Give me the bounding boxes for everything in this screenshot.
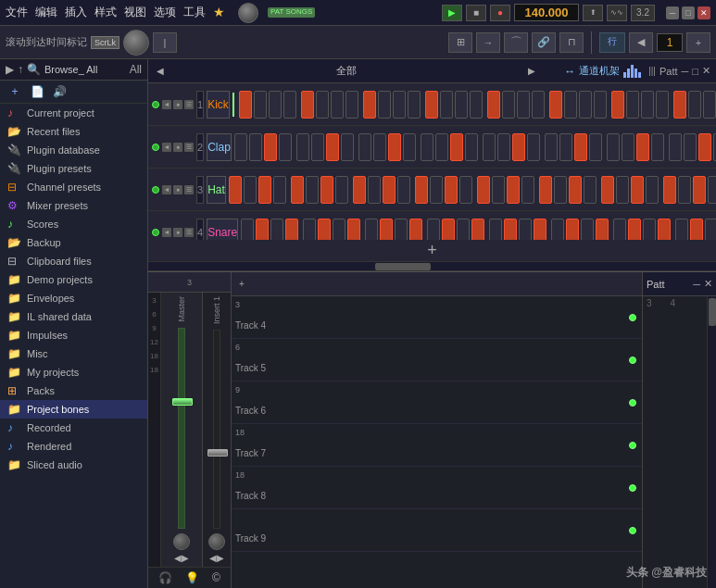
- drum-step-clap-6[interactable]: [326, 133, 339, 161]
- drum-step-kick-2[interactable]: [269, 91, 282, 119]
- insert1-pan-arrows[interactable]: ◀▶: [209, 553, 224, 563]
- drum-step-hat-18[interactable]: [507, 176, 520, 204]
- drum-step-hat-21[interactable]: [554, 176, 567, 204]
- drum-led-kick[interactable]: [152, 101, 159, 108]
- menu-tools[interactable]: 工具: [183, 5, 206, 20]
- rp-scrollbar[interactable]: [707, 296, 716, 588]
- sidebar-item-misc[interactable]: 📁Misc: [0, 344, 147, 363]
- sidebar-item-project-bones[interactable]: 📁Project bones: [0, 400, 147, 419]
- playlist-track-track-5[interactable]: 6Track 5: [232, 339, 642, 382]
- metronome[interactable]: ∿∿: [607, 5, 627, 21]
- drum-step-clap-28[interactable]: [669, 133, 682, 161]
- curve-btn[interactable]: ⌒: [504, 32, 528, 53]
- drum-step-snare-18[interactable]: [519, 219, 532, 241]
- tap-tempo[interactable]: ⬆: [583, 5, 603, 21]
- drum-step-kick-26[interactable]: [641, 91, 654, 119]
- drum-step-kick-1[interactable]: [254, 91, 267, 119]
- drum-step-hat-6[interactable]: [320, 176, 333, 204]
- drum-step-hat-20[interactable]: [539, 176, 552, 204]
- drum-step-hat-9[interactable]: [368, 176, 381, 204]
- sidebar-item-impulses[interactable]: 📁Impulses: [0, 326, 147, 344]
- drum-step-kick-4[interactable]: [301, 91, 314, 119]
- drum-step-kick-21[interactable]: [564, 91, 577, 119]
- drum-step-kick-6[interactable]: [331, 91, 344, 119]
- add-drum-row-btn[interactable]: +: [148, 240, 716, 262]
- drum-step-clap-11[interactable]: [403, 133, 416, 161]
- drum-step-snare-29[interactable]: [690, 219, 703, 241]
- drum-name-clap[interactable]: Clap: [207, 133, 232, 161]
- sidebar-item-current-project[interactable]: ♪Current project: [0, 104, 147, 122]
- drum-step-clap-13[interactable]: [435, 133, 448, 161]
- sidebar-item-my-projects[interactable]: 📁My projects: [0, 363, 147, 382]
- drum-step-clap-1[interactable]: [249, 133, 262, 161]
- sidebar-item-envelopes[interactable]: 📁Envelopes: [0, 289, 147, 307]
- drum-step-hat-27[interactable]: [646, 176, 659, 204]
- drum-step-clap-24[interactable]: [607, 133, 620, 161]
- track-led[interactable]: [629, 357, 636, 364]
- drum-step-snare-0[interactable]: [241, 219, 254, 241]
- menu-options[interactable]: 选项: [154, 5, 176, 20]
- drum-step-snare-21[interactable]: [566, 219, 579, 241]
- sidebar-search-btn[interactable]: 🔍: [27, 63, 41, 76]
- drum-step-snare-10[interactable]: [395, 219, 408, 241]
- pl-add-btn[interactable]: +: [237, 279, 246, 289]
- drum-step-clap-26[interactable]: [636, 133, 649, 161]
- sidebar-add-tool[interactable]: +: [6, 83, 24, 100]
- prev-btn[interactable]: ◀: [629, 32, 653, 53]
- favorite-star[interactable]: ★: [213, 5, 225, 20]
- drum-step-kick-22[interactable]: [579, 91, 592, 119]
- drum-step-hat-3[interactable]: [273, 176, 286, 204]
- sidebar-folder-tool[interactable]: 📄: [28, 83, 46, 100]
- drum-step-snare-15[interactable]: [471, 219, 484, 241]
- row-label-btn[interactable]: 行: [599, 32, 625, 53]
- drum-step-hat-15[interactable]: [459, 176, 472, 204]
- drum-step-clap-12[interactable]: [421, 133, 433, 161]
- ph-next-btn[interactable]: ▶: [525, 66, 538, 76]
- drum-step-clap-8[interactable]: [358, 133, 371, 161]
- ph-close-btn[interactable]: ✕: [702, 65, 710, 77]
- drum-name-snare[interactable]: Snare: [207, 219, 238, 241]
- stop-button[interactable]: ■: [466, 5, 486, 21]
- drum-step-clap-3[interactable]: [279, 133, 292, 161]
- drum-step-kick-17[interactable]: [502, 91, 515, 119]
- bpm-display[interactable]: 140.000: [514, 4, 579, 21]
- drum-name-kick[interactable]: Kick: [207, 91, 230, 119]
- drum-step-kick-27[interactable]: [656, 91, 669, 119]
- drum-step-kick-18[interactable]: [517, 91, 530, 119]
- drum-led-hat[interactable]: [152, 186, 159, 194]
- drum-step-hat-28[interactable]: [663, 176, 676, 204]
- sidebar-item-recorded[interactable]: ♪Recorded: [0, 419, 147, 437]
- drum-step-snare-2[interactable]: [270, 219, 283, 241]
- plus-btn[interactable]: +: [686, 32, 710, 53]
- ph-minus-btn[interactable]: ─: [682, 66, 689, 77]
- drum-step-kick-20[interactable]: [549, 91, 562, 119]
- pattern-scrollbar[interactable]: [148, 262, 716, 271]
- drum-step-snare-26[interactable]: [643, 219, 656, 241]
- scrlock-badge[interactable]: ScrLk: [91, 36, 119, 49]
- drum-step-clap-4[interactable]: [296, 133, 309, 161]
- drum-step-hat-8[interactable]: [353, 176, 366, 204]
- drum-step-clap-25[interactable]: [622, 133, 634, 161]
- marker-btn[interactable]: |: [153, 32, 177, 53]
- drum-step-kick-16[interactable]: [487, 91, 500, 119]
- drum-step-clap-30[interactable]: [698, 133, 711, 161]
- drum-step-snare-5[interactable]: [318, 219, 331, 241]
- playlist-track-track-8[interactable]: 18Track 8: [232, 467, 642, 509]
- drum-step-clap-29[interactable]: [684, 133, 697, 161]
- drum-step-kick-11[interactable]: [408, 91, 421, 119]
- rp-close-btn[interactable]: ✕: [704, 278, 712, 290]
- track-led[interactable]: [629, 442, 636, 449]
- shape-btn[interactable]: ⊓: [559, 32, 584, 53]
- drum-step-hat-2[interactable]: [258, 176, 271, 204]
- rp-scroll-thumb[interactable]: [709, 298, 716, 326]
- drum-step-hat-23[interactable]: [584, 176, 597, 204]
- drum-step-clap-0[interactable]: [234, 133, 247, 161]
- drum-step-snare-9[interactable]: [380, 219, 393, 241]
- drum-step-kick-12[interactable]: [425, 91, 438, 119]
- drum-step-snare-6[interactable]: [333, 219, 345, 241]
- drum-step-kick-3[interactable]: [283, 91, 296, 119]
- grid-btn[interactable]: ⊞: [448, 32, 472, 53]
- pat-song-toggle[interactable]: PAT SONGS: [268, 7, 315, 18]
- drum-step-kick-19[interactable]: [532, 91, 545, 119]
- link-btn[interactable]: 🔗: [532, 32, 556, 53]
